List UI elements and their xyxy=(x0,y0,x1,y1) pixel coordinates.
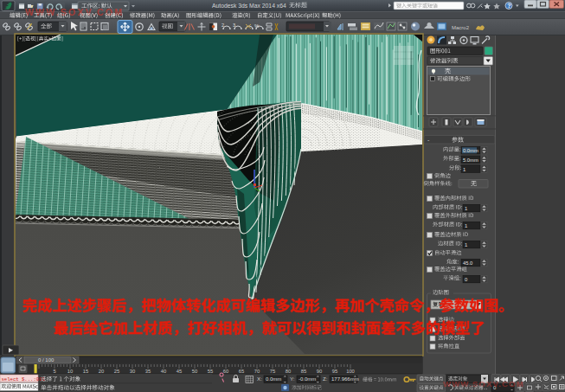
svg-text:40: 40 xyxy=(161,369,166,374)
svg-text:45.0: 45.0 xyxy=(463,260,472,266)
svg-text:177.966mm: 177.966mm xyxy=(331,376,359,382)
svg-text:1: 1 xyxy=(465,242,467,247)
svg-text:15: 15 xyxy=(83,369,88,374)
svg-text:Autodesk 3ds Max 2014 x64: Autodesk 3ds Max 2014 x64 xyxy=(212,3,286,9)
svg-text:55: 55 xyxy=(208,369,213,374)
svg-text:Macro2: Macro2 xyxy=(452,25,470,30)
svg-text:10: 10 xyxy=(67,369,73,374)
svg-text:75: 75 xyxy=(270,369,275,374)
svg-text:X:: X: xyxy=(257,376,262,382)
svg-text:85: 85 xyxy=(301,369,306,374)
svg-text:Y:: Y: xyxy=(290,376,295,382)
svg-text:2: 2 xyxy=(222,22,224,28)
svg-text:60: 60 xyxy=(223,369,228,374)
svg-text:WWW.SOXV.COM: WWW.SOXV.COM xyxy=(25,7,124,17)
svg-text:Z:: Z: xyxy=(323,376,328,382)
svg-text:3: 3 xyxy=(233,22,235,28)
svg-text:?: ? xyxy=(507,3,510,9)
svg-text:45: 45 xyxy=(177,369,182,374)
svg-text:0: 0 xyxy=(465,277,467,282)
svg-text:-0.0mm: -0.0mm xyxy=(299,376,316,382)
svg-text:70: 70 xyxy=(254,369,260,374)
svg-text:select $...:001: select $...:001 xyxy=(2,376,46,382)
svg-text:0.0mm: 0.0mm xyxy=(463,148,478,153)
svg-text:80: 80 xyxy=(286,369,291,374)
svg-text:1: 1 xyxy=(463,167,465,172)
svg-text:25: 25 xyxy=(114,369,119,374)
svg-text:1: 1 xyxy=(465,223,467,228)
svg-text:95: 95 xyxy=(332,369,337,374)
svg-text:65: 65 xyxy=(239,369,244,374)
svg-text:90: 90 xyxy=(317,369,322,374)
svg-text:1: 1 xyxy=(465,206,467,211)
svg-text:100: 100 xyxy=(346,369,355,374)
svg-text:%: % xyxy=(254,23,260,29)
svg-text:50: 50 xyxy=(192,369,197,374)
svg-text:30: 30 xyxy=(130,369,135,374)
svg-text:0 / 100: 0 / 100 xyxy=(38,357,55,363)
svg-text:0.0mm: 0.0mm xyxy=(266,376,281,382)
svg-text:5.0mm: 5.0mm xyxy=(463,157,478,163)
svg-text:35: 35 xyxy=(145,369,151,374)
svg-text:5: 5 xyxy=(53,369,55,374)
svg-text:20: 20 xyxy=(99,369,104,374)
